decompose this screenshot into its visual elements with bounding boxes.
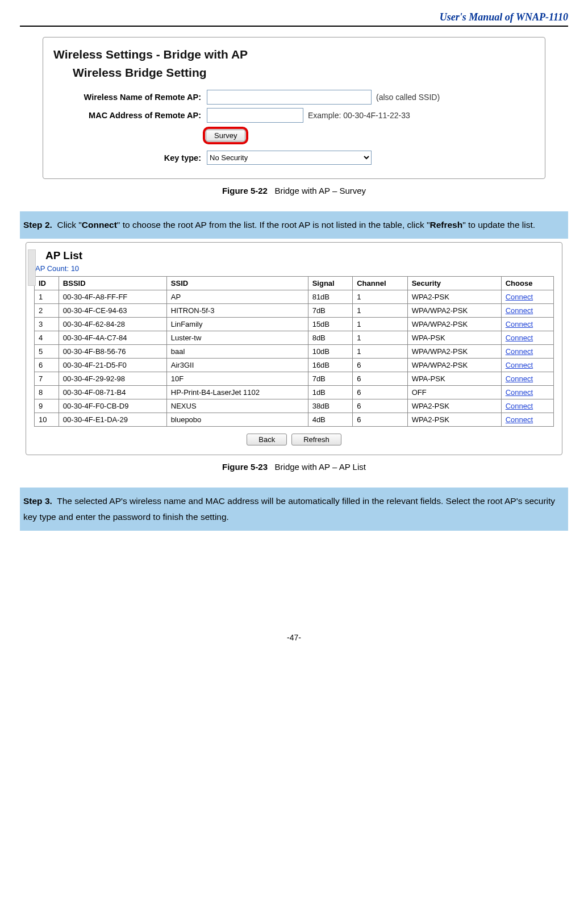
step-2-connect: Connect bbox=[82, 220, 117, 230]
refresh-button[interactable]: Refresh bbox=[291, 434, 341, 445]
mac-input[interactable] bbox=[207, 108, 303, 123]
table-row: 200-30-4F-CE-94-63HITRON-5f-37dB1WPA/WPA… bbox=[35, 303, 554, 317]
figure-5-23-label: Figure 5-23 bbox=[222, 462, 268, 472]
col-ssid: SSID bbox=[166, 276, 308, 290]
table-row: 700-30-4F-29-92-9810F7dB6WPA-PSKConnect bbox=[35, 372, 554, 385]
table-row: 100-30-4F-A8-FF-FFAP81dB1WPA2-PSKConnect bbox=[35, 290, 554, 303]
cell-channel: 1 bbox=[353, 290, 407, 303]
cell-id: 2 bbox=[35, 303, 59, 317]
table-row: 300-30-4F-62-84-28LinFamily15dB1WPA/WPA2… bbox=[35, 317, 554, 331]
table-row: 800-30-4F-08-71-B4HP-Print-B4-LaserJet 1… bbox=[35, 385, 554, 399]
cell-bssid: 00-30-4F-E1-DA-29 bbox=[59, 413, 166, 426]
scrollbar[interactable] bbox=[28, 249, 36, 286]
cell-bssid: 00-30-4F-4A-C7-84 bbox=[59, 331, 166, 344]
cell-choose: Connect bbox=[501, 344, 553, 358]
cell-choose: Connect bbox=[501, 303, 553, 317]
step-2-label: Step 2. bbox=[23, 220, 52, 230]
cell-bssid: 00-30-4F-21-D5-F0 bbox=[59, 358, 166, 372]
col-bssid: BSSID bbox=[59, 276, 166, 290]
cell-signal: 38dB bbox=[308, 399, 353, 413]
step-3-label: Step 3. bbox=[23, 496, 52, 506]
cell-bssid: 00-30-4F-B8-56-76 bbox=[59, 344, 166, 358]
cell-security: WPA2-PSK bbox=[407, 399, 501, 413]
cell-channel: 6 bbox=[353, 372, 407, 385]
col-security: Security bbox=[407, 276, 501, 290]
table-header-row: ID BSSID SSID Signal Channel Security Ch… bbox=[35, 276, 554, 290]
step-2-t3: " to update the list. bbox=[462, 220, 535, 230]
header-rule bbox=[20, 26, 568, 27]
figure-5-23-desc: Bridge with AP – AP List bbox=[275, 462, 366, 472]
survey-button[interactable]: Survey bbox=[206, 130, 245, 141]
cell-choose: Connect bbox=[501, 290, 553, 303]
ssid-label: Wireless Name of Remote AP: bbox=[53, 93, 207, 102]
connect-link[interactable]: Connect bbox=[506, 374, 533, 383]
cell-signal: 10dB bbox=[308, 344, 353, 358]
cell-channel: 1 bbox=[353, 317, 407, 331]
cell-ssid: AP bbox=[166, 290, 308, 303]
col-id: ID bbox=[35, 276, 59, 290]
connect-link[interactable]: Connect bbox=[506, 415, 533, 424]
cell-ssid: HP-Print-B4-LaserJet 1102 bbox=[166, 385, 308, 399]
col-choose: Choose bbox=[501, 276, 553, 290]
table-row: 900-30-4F-F0-CB-D9NEXUS38dB6WPA2-PSKConn… bbox=[35, 399, 554, 413]
connect-link[interactable]: Connect bbox=[506, 306, 533, 315]
cell-channel: 6 bbox=[353, 413, 407, 426]
cell-channel: 6 bbox=[353, 399, 407, 413]
key-type-select[interactable]: No Security bbox=[207, 151, 372, 165]
wireless-settings-panel: Wireless Settings - Bridge with AP Wirel… bbox=[43, 37, 545, 179]
cell-id: 1 bbox=[35, 290, 59, 303]
step-3-box: Step 3. The selected AP's wireless name … bbox=[20, 488, 568, 531]
col-signal: Signal bbox=[308, 276, 353, 290]
connect-link[interactable]: Connect bbox=[506, 402, 533, 410]
mac-hint: Example: 00-30-4F-11-22-33 bbox=[308, 111, 410, 120]
cell-choose: Connect bbox=[501, 317, 553, 331]
cell-signal: 7dB bbox=[308, 372, 353, 385]
back-button[interactable]: Back bbox=[247, 434, 287, 445]
connect-link[interactable]: Connect bbox=[506, 293, 533, 301]
cell-signal: 4dB bbox=[308, 413, 353, 426]
cell-id: 10 bbox=[35, 413, 59, 426]
cell-channel: 1 bbox=[353, 344, 407, 358]
cell-ssid: Air3GII bbox=[166, 358, 308, 372]
cell-choose: Connect bbox=[501, 385, 553, 399]
cell-ssid: 10F bbox=[166, 372, 308, 385]
cell-security: WPA-PSK bbox=[407, 331, 501, 344]
cell-ssid: baal bbox=[166, 344, 308, 358]
ap-list-panel: AP List AP Count: 10 ID BSSID SSID Signa… bbox=[26, 242, 562, 455]
figure-5-22-caption: Figure 5-22 Bridge with AP – Survey bbox=[20, 186, 568, 195]
cell-choose: Connect bbox=[501, 372, 553, 385]
connect-link[interactable]: Connect bbox=[506, 361, 533, 369]
cell-bssid: 00-30-4F-08-71-B4 bbox=[59, 385, 166, 399]
step-3-text: The selected AP's wireless name and MAC … bbox=[23, 496, 555, 522]
cell-security: WPA/WPA2-PSK bbox=[407, 317, 501, 331]
cell-ssid: LinFamily bbox=[166, 317, 308, 331]
panel-title-1: Wireless Settings - Bridge with AP bbox=[53, 48, 535, 61]
connect-link[interactable]: Connect bbox=[506, 347, 533, 356]
table-row: 600-30-4F-21-D5-F0Air3GII16dB6WPA/WPA2-P… bbox=[35, 358, 554, 372]
page-header-title: User's Manual of WNAP-1110 bbox=[20, 11, 568, 23]
cell-bssid: 00-30-4F-62-84-28 bbox=[59, 317, 166, 331]
cell-id: 5 bbox=[35, 344, 59, 358]
cell-choose: Connect bbox=[501, 358, 553, 372]
cell-channel: 6 bbox=[353, 385, 407, 399]
cell-security: WPA/WPA2-PSK bbox=[407, 303, 501, 317]
connect-link[interactable]: Connect bbox=[506, 388, 533, 397]
ap-table: ID BSSID SSID Signal Channel Security Ch… bbox=[34, 276, 554, 427]
step-2-refresh: Refresh bbox=[429, 220, 462, 230]
connect-link[interactable]: Connect bbox=[506, 320, 533, 328]
connect-link[interactable]: Connect bbox=[506, 334, 533, 342]
cell-channel: 6 bbox=[353, 358, 407, 372]
cell-bssid: 00-30-4F-29-92-98 bbox=[59, 372, 166, 385]
step-2-t1: Click " bbox=[57, 220, 81, 230]
cell-choose: Connect bbox=[501, 399, 553, 413]
figure-5-22-label: Figure 5-22 bbox=[222, 186, 268, 195]
cell-signal: 1dB bbox=[308, 385, 353, 399]
cell-security: WPA/WPA2-PSK bbox=[407, 358, 501, 372]
cell-bssid: 00-30-4F-F0-CB-D9 bbox=[59, 399, 166, 413]
cell-security: WPA-PSK bbox=[407, 372, 501, 385]
ssid-input[interactable] bbox=[207, 90, 372, 105]
key-type-label: Key type: bbox=[53, 153, 207, 163]
cell-id: 3 bbox=[35, 317, 59, 331]
cell-channel: 1 bbox=[353, 303, 407, 317]
table-row: 400-30-4F-4A-C7-84Luster-tw8dB1WPA-PSKCo… bbox=[35, 331, 554, 344]
